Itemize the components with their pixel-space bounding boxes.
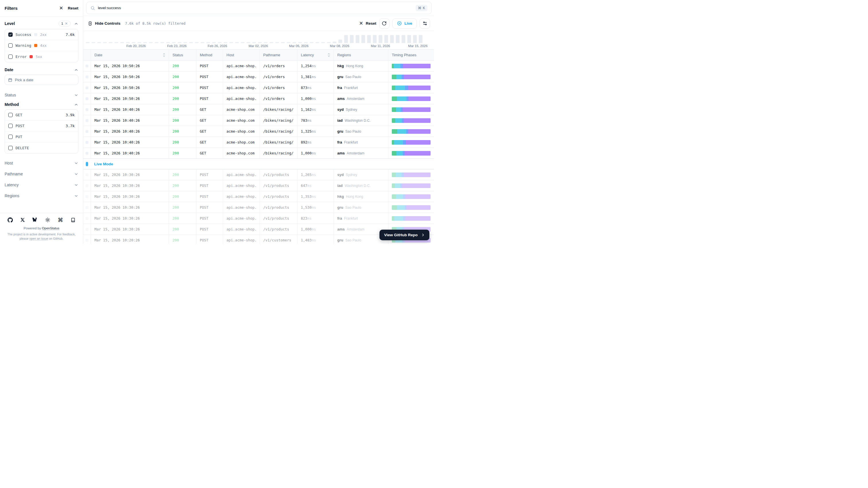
host-section-header[interactable]: Host bbox=[5, 159, 79, 167]
reset-filters-button[interactable]: ✕ Reset bbox=[359, 21, 376, 26]
method-filter-row-put[interactable]: PUT bbox=[5, 131, 78, 142]
table-row[interactable]: Mar 15, 2026 10:50:26200POSTapi.acme-sho… bbox=[83, 71, 434, 82]
row-select-cell[interactable] bbox=[83, 71, 91, 82]
row-checkbox[interactable] bbox=[86, 65, 88, 67]
phase-segment-0 bbox=[392, 129, 397, 134]
level-filter-row-warning[interactable]: Warning4xx bbox=[5, 40, 78, 51]
row-select-cell[interactable] bbox=[83, 115, 91, 126]
checkbox-unchecked[interactable] bbox=[8, 124, 12, 128]
row-checkbox[interactable] bbox=[86, 86, 88, 89]
table-row[interactable]: Mar 15, 2026 10:40:26200GETacme-shop.com… bbox=[83, 148, 434, 159]
date-picker-input[interactable]: Pick a date bbox=[5, 74, 79, 85]
row-checkbox[interactable] bbox=[86, 75, 88, 79]
row-select-cell[interactable] bbox=[83, 93, 91, 104]
row-select-cell[interactable] bbox=[83, 82, 91, 93]
table-row[interactable]: Mar 15, 2026 10:50:26200POSTapi.acme-sho… bbox=[83, 82, 434, 93]
cell-method-value: GET bbox=[200, 140, 219, 144]
row-checkbox[interactable] bbox=[86, 119, 88, 122]
row-select-cell[interactable] bbox=[83, 61, 91, 71]
level-filter-row-success[interactable]: Success2xx7.6k bbox=[5, 29, 78, 40]
row-select-cell[interactable] bbox=[83, 224, 91, 235]
row-checkbox[interactable] bbox=[86, 141, 88, 144]
row-checkbox[interactable] bbox=[86, 217, 88, 220]
row-checkbox[interactable] bbox=[86, 228, 88, 231]
row-select-cell[interactable] bbox=[83, 191, 91, 202]
checkbox-unchecked[interactable] bbox=[8, 134, 12, 139]
level-badge-clear-icon[interactable]: ✕ bbox=[65, 22, 68, 26]
hide-controls-button[interactable]: Hide Controls bbox=[88, 21, 121, 26]
row-checkbox[interactable] bbox=[86, 173, 88, 176]
histogram-bars[interactable] bbox=[86, 33, 432, 43]
row-checkbox[interactable] bbox=[86, 239, 88, 242]
histogram-bar bbox=[355, 35, 360, 43]
level-filter-row-error[interactable]: Error5xx bbox=[5, 51, 78, 62]
table-row[interactable]: Mar 15, 2026 10:30:26200POSTapi.acme-sho… bbox=[83, 170, 434, 180]
phase-segment-3 bbox=[408, 129, 431, 134]
table-row[interactable]: Mar 15, 2026 10:40:26200GETacme-shop.com… bbox=[83, 137, 434, 148]
view-settings-button[interactable] bbox=[420, 19, 430, 29]
table-row[interactable]: Mar 15, 2026 10:40:26200GETacme-shop.com… bbox=[83, 126, 434, 137]
method-section-header[interactable]: Method bbox=[5, 102, 79, 107]
table-row[interactable]: Mar 15, 2026 10:50:26200POSTapi.acme-sho… bbox=[83, 93, 434, 104]
row-checkbox[interactable] bbox=[86, 184, 88, 187]
command-icon[interactable]: ⌘ bbox=[58, 217, 63, 223]
level-filter-count-badge[interactable]: 1 ✕ bbox=[59, 21, 71, 26]
row-select-cell[interactable] bbox=[83, 170, 91, 180]
table-row[interactable]: Mar 15, 2026 10:40:26200GETacme-shop.com… bbox=[83, 115, 434, 126]
row-checkbox[interactable] bbox=[86, 97, 88, 100]
table-row[interactable]: Mar 15, 2026 10:30:26200POSTapi.acme-sho… bbox=[83, 213, 434, 224]
row-select-cell[interactable] bbox=[83, 180, 91, 191]
view-github-repo-button[interactable]: View GitHub Repo bbox=[379, 230, 429, 240]
open-issue-link[interactable]: open an issue bbox=[29, 237, 48, 240]
openstatus-link[interactable]: OpenStatus bbox=[42, 226, 59, 230]
table-row[interactable]: Mar 15, 2026 10:50:26200POSTapi.acme-sho… bbox=[83, 61, 434, 71]
row-select-cell[interactable] bbox=[83, 104, 91, 115]
level-section-header[interactable]: Level 1 ✕ bbox=[5, 21, 79, 26]
filters-close-icon[interactable]: ✕ bbox=[59, 6, 63, 11]
refresh-button[interactable] bbox=[379, 19, 390, 29]
sun-icon[interactable] bbox=[45, 217, 50, 222]
column-header-latency[interactable]: Latency bbox=[297, 50, 334, 60]
regions-section-header[interactable]: Regions bbox=[5, 191, 79, 200]
live-mode-row[interactable]: Live Mode bbox=[83, 158, 434, 170]
row-checkbox[interactable] bbox=[86, 108, 88, 111]
row-checkbox[interactable] bbox=[86, 206, 88, 209]
search-input[interactable]: level:success ⌘K bbox=[86, 2, 432, 14]
row-select-cell[interactable] bbox=[83, 213, 91, 224]
row-select-cell[interactable] bbox=[83, 148, 91, 158]
table-row[interactable]: Mar 15, 2026 10:30:26200POSTapi.acme-sho… bbox=[83, 180, 434, 191]
pathname-section-header[interactable]: Pathname bbox=[5, 170, 79, 178]
row-select-cell[interactable] bbox=[83, 235, 91, 244]
table-row[interactable]: Mar 15, 2026 10:30:26200POSTapi.acme-sho… bbox=[83, 191, 434, 202]
method-filter-row-delete[interactable]: DELETE bbox=[5, 142, 78, 153]
checkbox-unchecked[interactable] bbox=[8, 113, 12, 117]
chevron-down-icon bbox=[74, 161, 79, 165]
checkbox-checked[interactable] bbox=[8, 32, 12, 37]
row-checkbox[interactable] bbox=[86, 130, 88, 133]
row-checkbox[interactable] bbox=[86, 195, 88, 198]
row-checkbox[interactable] bbox=[86, 152, 88, 155]
row-select-cell[interactable] bbox=[83, 126, 91, 136]
status-section-header[interactable]: Status bbox=[5, 91, 79, 99]
row-select-cell[interactable] bbox=[83, 137, 91, 148]
bluesky-icon[interactable] bbox=[32, 217, 38, 222]
method-filter-row-post[interactable]: POST3.7k bbox=[5, 121, 78, 131]
sort-icon[interactable] bbox=[163, 53, 165, 57]
table-row[interactable]: Mar 15, 2026 10:30:26200POSTapi.acme-sho… bbox=[83, 202, 434, 213]
checkbox-unchecked[interactable] bbox=[8, 146, 12, 150]
live-toggle-button[interactable]: Live bbox=[392, 19, 417, 29]
checkbox-unchecked[interactable] bbox=[8, 55, 12, 59]
latency-section-header[interactable]: Latency bbox=[5, 181, 79, 189]
method-filter-row-get[interactable]: GET3.9k bbox=[5, 110, 78, 121]
date-section-header[interactable]: Date bbox=[5, 67, 79, 72]
filters-reset-button[interactable]: Reset bbox=[68, 6, 79, 10]
checkbox-unchecked[interactable] bbox=[8, 43, 12, 48]
column-header-date[interactable]: Date bbox=[91, 50, 169, 60]
book-icon[interactable] bbox=[71, 218, 75, 222]
region-city: Sao Paulo bbox=[345, 75, 361, 79]
row-select-cell[interactable] bbox=[83, 202, 91, 213]
github-icon[interactable] bbox=[7, 217, 13, 223]
table-row[interactable]: Mar 15, 2026 10:40:26200GETacme-shop.com… bbox=[83, 104, 434, 115]
x-logo-icon[interactable] bbox=[20, 218, 25, 222]
sort-icon[interactable] bbox=[328, 53, 330, 57]
